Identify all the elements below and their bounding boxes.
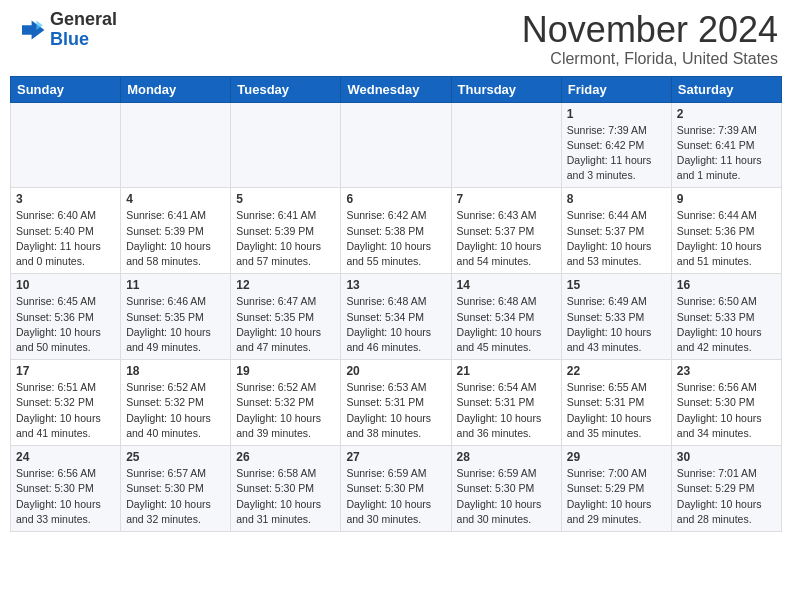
calendar-table: SundayMondayTuesdayWednesdayThursdayFrid…	[10, 76, 782, 532]
day-number: 16	[677, 278, 776, 292]
week-row-1: 1Sunrise: 7:39 AM Sunset: 6:42 PM Daylig…	[11, 102, 782, 188]
calendar-cell: 24Sunrise: 6:56 AM Sunset: 5:30 PM Dayli…	[11, 446, 121, 532]
day-number: 29	[567, 450, 666, 464]
day-number: 9	[677, 192, 776, 206]
day-info: Sunrise: 6:47 AM Sunset: 5:35 PM Dayligh…	[236, 294, 335, 355]
calendar-cell: 22Sunrise: 6:55 AM Sunset: 5:31 PM Dayli…	[561, 360, 671, 446]
day-number: 12	[236, 278, 335, 292]
day-info: Sunrise: 6:57 AM Sunset: 5:30 PM Dayligh…	[126, 466, 225, 527]
calendar-cell: 14Sunrise: 6:48 AM Sunset: 5:34 PM Dayli…	[451, 274, 561, 360]
day-info: Sunrise: 6:56 AM Sunset: 5:30 PM Dayligh…	[677, 380, 776, 441]
calendar-cell: 7Sunrise: 6:43 AM Sunset: 5:37 PM Daylig…	[451, 188, 561, 274]
day-number: 3	[16, 192, 115, 206]
calendar-cell: 8Sunrise: 6:44 AM Sunset: 5:37 PM Daylig…	[561, 188, 671, 274]
calendar-cell: 18Sunrise: 6:52 AM Sunset: 5:32 PM Dayli…	[121, 360, 231, 446]
day-info: Sunrise: 6:55 AM Sunset: 5:31 PM Dayligh…	[567, 380, 666, 441]
calendar-cell: 20Sunrise: 6:53 AM Sunset: 5:31 PM Dayli…	[341, 360, 451, 446]
day-info: Sunrise: 6:42 AM Sunset: 5:38 PM Dayligh…	[346, 208, 445, 269]
day-number: 21	[457, 364, 556, 378]
calendar-cell: 10Sunrise: 6:45 AM Sunset: 5:36 PM Dayli…	[11, 274, 121, 360]
calendar-cell: 11Sunrise: 6:46 AM Sunset: 5:35 PM Dayli…	[121, 274, 231, 360]
weekday-header-row: SundayMondayTuesdayWednesdayThursdayFrid…	[11, 76, 782, 102]
calendar-cell	[451, 102, 561, 188]
day-info: Sunrise: 7:39 AM Sunset: 6:42 PM Dayligh…	[567, 123, 666, 184]
logo-text: General Blue	[50, 10, 117, 50]
day-number: 5	[236, 192, 335, 206]
week-row-2: 3Sunrise: 6:40 AM Sunset: 5:40 PM Daylig…	[11, 188, 782, 274]
weekday-header-monday: Monday	[121, 76, 231, 102]
calendar-cell: 1Sunrise: 7:39 AM Sunset: 6:42 PM Daylig…	[561, 102, 671, 188]
day-info: Sunrise: 6:44 AM Sunset: 5:37 PM Dayligh…	[567, 208, 666, 269]
calendar-cell: 21Sunrise: 6:54 AM Sunset: 5:31 PM Dayli…	[451, 360, 561, 446]
calendar-cell: 26Sunrise: 6:58 AM Sunset: 5:30 PM Dayli…	[231, 446, 341, 532]
day-number: 14	[457, 278, 556, 292]
day-number: 22	[567, 364, 666, 378]
title-area: November 2024 Clermont, Florida, United …	[522, 10, 778, 68]
day-info: Sunrise: 6:52 AM Sunset: 5:32 PM Dayligh…	[126, 380, 225, 441]
month-title: November 2024	[522, 10, 778, 50]
day-info: Sunrise: 6:41 AM Sunset: 5:39 PM Dayligh…	[126, 208, 225, 269]
day-number: 23	[677, 364, 776, 378]
day-info: Sunrise: 6:54 AM Sunset: 5:31 PM Dayligh…	[457, 380, 556, 441]
calendar-cell: 13Sunrise: 6:48 AM Sunset: 5:34 PM Dayli…	[341, 274, 451, 360]
day-info: Sunrise: 6:40 AM Sunset: 5:40 PM Dayligh…	[16, 208, 115, 269]
calendar-cell	[121, 102, 231, 188]
day-number: 1	[567, 107, 666, 121]
day-info: Sunrise: 7:39 AM Sunset: 6:41 PM Dayligh…	[677, 123, 776, 184]
calendar-cell: 12Sunrise: 6:47 AM Sunset: 5:35 PM Dayli…	[231, 274, 341, 360]
calendar-cell: 5Sunrise: 6:41 AM Sunset: 5:39 PM Daylig…	[231, 188, 341, 274]
calendar-cell: 17Sunrise: 6:51 AM Sunset: 5:32 PM Dayli…	[11, 360, 121, 446]
day-info: Sunrise: 6:56 AM Sunset: 5:30 PM Dayligh…	[16, 466, 115, 527]
day-number: 20	[346, 364, 445, 378]
logo: General Blue	[14, 10, 117, 50]
day-info: Sunrise: 6:53 AM Sunset: 5:31 PM Dayligh…	[346, 380, 445, 441]
day-info: Sunrise: 6:48 AM Sunset: 5:34 PM Dayligh…	[457, 294, 556, 355]
day-number: 28	[457, 450, 556, 464]
day-number: 25	[126, 450, 225, 464]
day-info: Sunrise: 6:41 AM Sunset: 5:39 PM Dayligh…	[236, 208, 335, 269]
day-number: 30	[677, 450, 776, 464]
week-row-5: 24Sunrise: 6:56 AM Sunset: 5:30 PM Dayli…	[11, 446, 782, 532]
weekday-header-sunday: Sunday	[11, 76, 121, 102]
calendar-cell: 15Sunrise: 6:49 AM Sunset: 5:33 PM Dayli…	[561, 274, 671, 360]
calendar-cell: 19Sunrise: 6:52 AM Sunset: 5:32 PM Dayli…	[231, 360, 341, 446]
location: Clermont, Florida, United States	[522, 50, 778, 68]
calendar-cell: 6Sunrise: 6:42 AM Sunset: 5:38 PM Daylig…	[341, 188, 451, 274]
day-info: Sunrise: 6:58 AM Sunset: 5:30 PM Dayligh…	[236, 466, 335, 527]
calendar-cell: 27Sunrise: 6:59 AM Sunset: 5:30 PM Dayli…	[341, 446, 451, 532]
day-number: 6	[346, 192, 445, 206]
day-number: 11	[126, 278, 225, 292]
day-info: Sunrise: 7:00 AM Sunset: 5:29 PM Dayligh…	[567, 466, 666, 527]
day-info: Sunrise: 7:01 AM Sunset: 5:29 PM Dayligh…	[677, 466, 776, 527]
calendar-cell	[231, 102, 341, 188]
day-number: 10	[16, 278, 115, 292]
weekday-header-wednesday: Wednesday	[341, 76, 451, 102]
day-info: Sunrise: 6:52 AM Sunset: 5:32 PM Dayligh…	[236, 380, 335, 441]
calendar-cell	[11, 102, 121, 188]
svg-marker-0	[22, 20, 44, 39]
calendar-cell: 4Sunrise: 6:41 AM Sunset: 5:39 PM Daylig…	[121, 188, 231, 274]
day-info: Sunrise: 6:46 AM Sunset: 5:35 PM Dayligh…	[126, 294, 225, 355]
calendar-cell: 9Sunrise: 6:44 AM Sunset: 5:36 PM Daylig…	[671, 188, 781, 274]
page-header: General Blue November 2024 Clermont, Flo…	[10, 10, 782, 68]
day-info: Sunrise: 6:44 AM Sunset: 5:36 PM Dayligh…	[677, 208, 776, 269]
day-info: Sunrise: 6:45 AM Sunset: 5:36 PM Dayligh…	[16, 294, 115, 355]
calendar-cell: 30Sunrise: 7:01 AM Sunset: 5:29 PM Dayli…	[671, 446, 781, 532]
calendar-cell: 3Sunrise: 6:40 AM Sunset: 5:40 PM Daylig…	[11, 188, 121, 274]
week-row-4: 17Sunrise: 6:51 AM Sunset: 5:32 PM Dayli…	[11, 360, 782, 446]
calendar-cell: 2Sunrise: 7:39 AM Sunset: 6:41 PM Daylig…	[671, 102, 781, 188]
day-number: 26	[236, 450, 335, 464]
weekday-header-thursday: Thursday	[451, 76, 561, 102]
day-number: 19	[236, 364, 335, 378]
calendar-cell	[341, 102, 451, 188]
weekday-header-tuesday: Tuesday	[231, 76, 341, 102]
calendar-cell: 28Sunrise: 6:59 AM Sunset: 5:30 PM Dayli…	[451, 446, 561, 532]
day-info: Sunrise: 6:51 AM Sunset: 5:32 PM Dayligh…	[16, 380, 115, 441]
logo-icon	[14, 14, 46, 46]
day-info: Sunrise: 6:43 AM Sunset: 5:37 PM Dayligh…	[457, 208, 556, 269]
day-info: Sunrise: 6:49 AM Sunset: 5:33 PM Dayligh…	[567, 294, 666, 355]
day-number: 7	[457, 192, 556, 206]
day-number: 15	[567, 278, 666, 292]
day-number: 8	[567, 192, 666, 206]
calendar-cell: 25Sunrise: 6:57 AM Sunset: 5:30 PM Dayli…	[121, 446, 231, 532]
